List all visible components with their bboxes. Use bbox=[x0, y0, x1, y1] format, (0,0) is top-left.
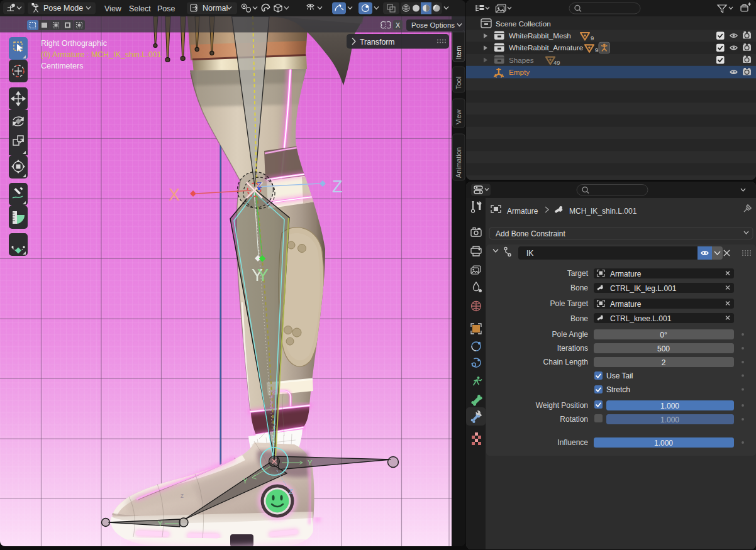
svg-text:WhiteRabbit_Mesh: WhiteRabbit_Mesh bbox=[509, 31, 571, 40]
svg-text:Transform: Transform bbox=[360, 38, 395, 47]
svg-text:Normal: Normal bbox=[203, 4, 228, 13]
svg-text:Armature: Armature bbox=[610, 270, 642, 278]
svg-text:49: 49 bbox=[553, 59, 560, 66]
svg-text:Animation: Animation bbox=[455, 147, 462, 178]
svg-text:1.000: 1.000 bbox=[654, 439, 673, 448]
svg-text:(0) Armature : MCH_IK_shin.L.0: (0) Armature : MCH_IK_shin.L.001 bbox=[41, 50, 162, 59]
svg-text:Use Tail: Use Tail bbox=[606, 371, 633, 380]
svg-text:Bone: Bone bbox=[570, 283, 588, 292]
svg-text:Y: Y bbox=[308, 459, 313, 466]
svg-text:1.000: 1.000 bbox=[660, 402, 679, 410]
svg-text:Centimeters: Centimeters bbox=[41, 62, 83, 70]
svg-text:CTRL_IK_leg.L.001: CTRL_IK_leg.L.001 bbox=[610, 284, 677, 293]
svg-text:z: z bbox=[181, 492, 184, 499]
svg-text:9: 9 bbox=[591, 35, 594, 41]
svg-text:Weight Position: Weight Position bbox=[536, 401, 588, 410]
svg-text:Z: Z bbox=[257, 180, 262, 190]
svg-text:z: z bbox=[273, 422, 276, 429]
svg-text:500: 500 bbox=[657, 344, 670, 353]
svg-text:Y: Y bbox=[257, 266, 269, 285]
svg-text:Z: Z bbox=[289, 488, 293, 495]
svg-text:Tool: Tool bbox=[455, 77, 462, 89]
svg-text:X: X bbox=[396, 21, 400, 29]
svg-text:Armature: Armature bbox=[507, 207, 538, 216]
svg-text:Y: Y bbox=[243, 477, 248, 485]
svg-text:0°: 0° bbox=[660, 331, 667, 339]
svg-text:Stretch: Stretch bbox=[606, 385, 630, 394]
svg-text:WhiteRabbit_Armature: WhiteRabbit_Armature bbox=[509, 43, 583, 52]
svg-text:Empty: Empty bbox=[509, 68, 530, 76]
svg-text:Right Orthographic: Right Orthographic bbox=[41, 39, 107, 48]
svg-text:1.000: 1.000 bbox=[660, 415, 679, 424]
svg-text:View: View bbox=[104, 4, 122, 13]
svg-text:Item: Item bbox=[455, 46, 462, 59]
svg-text:Shapes: Shapes bbox=[509, 56, 534, 64]
svg-text:Target: Target bbox=[567, 269, 589, 278]
svg-text:CTRL_knee.L.001: CTRL_knee.L.001 bbox=[610, 314, 672, 323]
svg-text:Add Bone Constraint: Add Bone Constraint bbox=[496, 229, 565, 238]
svg-text:Chain Length: Chain Length bbox=[543, 358, 588, 366]
svg-text:Armature: Armature bbox=[610, 300, 642, 309]
svg-text:Pole Target: Pole Target bbox=[550, 299, 589, 308]
svg-text:Pose Options: Pose Options bbox=[411, 21, 455, 29]
svg-text:Iterations: Iterations bbox=[557, 344, 588, 353]
svg-text:Y: Y bbox=[158, 520, 163, 527]
svg-text:Pose Mode: Pose Mode bbox=[43, 4, 83, 13]
svg-text:MCH_IK_shin.L.001: MCH_IK_shin.L.001 bbox=[569, 207, 637, 216]
svg-text:View: View bbox=[455, 109, 462, 124]
svg-text:Bone: Bone bbox=[570, 314, 588, 323]
svg-text:Select: Select bbox=[129, 4, 151, 13]
svg-text:Influence: Influence bbox=[557, 438, 588, 447]
svg-text:Pose: Pose bbox=[157, 4, 175, 13]
svg-text:9: 9 bbox=[595, 47, 598, 53]
svg-text:Rotation: Rotation bbox=[560, 415, 588, 424]
svg-text:IK: IK bbox=[526, 249, 533, 258]
svg-text:X: X bbox=[169, 185, 180, 204]
svg-text:Scene Collection: Scene Collection bbox=[496, 19, 551, 28]
svg-text:Pole Angle: Pole Angle bbox=[552, 330, 589, 339]
svg-text:Z: Z bbox=[332, 177, 343, 196]
svg-text:2: 2 bbox=[662, 358, 666, 367]
